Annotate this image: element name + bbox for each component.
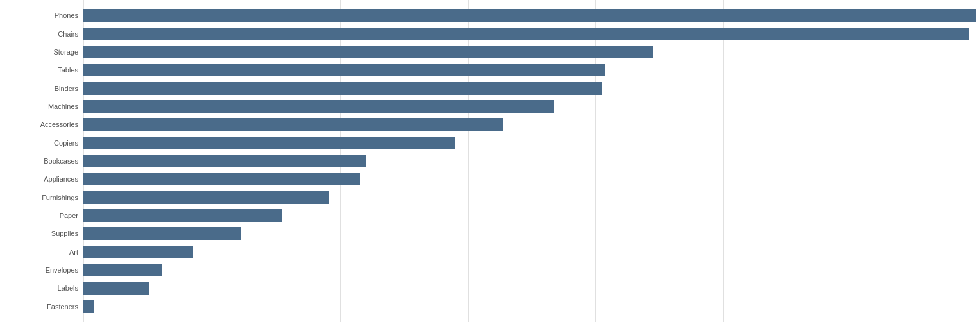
bar-label: Storage bbox=[0, 48, 83, 56]
bar-fill bbox=[83, 100, 554, 113]
bar-label: Chairs bbox=[0, 30, 83, 38]
bar-label: Tables bbox=[0, 66, 83, 74]
bar-fill bbox=[83, 264, 162, 276]
bar-label: Machines bbox=[0, 103, 83, 110]
bar-label: Paper bbox=[0, 212, 83, 219]
bar-fill bbox=[83, 173, 360, 185]
bar-label: Fasteners bbox=[0, 303, 83, 310]
bar-row bbox=[83, 61, 980, 79]
bar-fill bbox=[83, 155, 366, 167]
bar-label: Bookcases bbox=[0, 157, 83, 165]
bar-label: Appliances bbox=[0, 175, 83, 183]
bar-row bbox=[83, 115, 980, 133]
bar-row bbox=[83, 152, 980, 170]
bar-row bbox=[83, 189, 980, 207]
bar-fill bbox=[83, 227, 241, 240]
bar-label: Envelopes bbox=[0, 266, 83, 274]
bars-area bbox=[83, 0, 980, 322]
bar-label: Labels bbox=[0, 284, 83, 292]
bar-row bbox=[83, 207, 980, 225]
bar-fill bbox=[83, 64, 605, 76]
bar-fill bbox=[83, 28, 969, 40]
bar-row bbox=[83, 79, 980, 97]
bar-label: Art bbox=[0, 248, 83, 256]
bar-fill bbox=[83, 46, 653, 58]
bar-fill bbox=[83, 82, 602, 95]
bar-label: Furnishings bbox=[0, 194, 83, 201]
bar-label: Binders bbox=[0, 85, 83, 92]
bar-fill bbox=[83, 137, 455, 149]
bar-label: Copiers bbox=[0, 139, 83, 147]
bar-row bbox=[83, 279, 980, 297]
bar-fill bbox=[83, 246, 193, 258]
bar-row bbox=[83, 6, 980, 24]
chart-container: PhonesChairsStorageTablesBindersMachines… bbox=[0, 0, 980, 322]
bar-row bbox=[83, 243, 980, 261]
bar-fill bbox=[83, 191, 329, 204]
bar-fill bbox=[83, 9, 976, 22]
bar-label: Accessories bbox=[0, 121, 83, 128]
bar-row bbox=[83, 170, 980, 188]
bar-fill bbox=[83, 282, 149, 295]
y-axis-labels: PhonesChairsStorageTablesBindersMachines… bbox=[0, 0, 83, 322]
bar-row bbox=[83, 261, 980, 279]
bar-label: Phones bbox=[0, 12, 83, 19]
bar-row bbox=[83, 225, 980, 242]
bar-label: Supplies bbox=[0, 230, 83, 237]
bar-fill bbox=[83, 209, 282, 222]
bar-row bbox=[83, 43, 980, 61]
bar-fill bbox=[83, 118, 503, 131]
bar-row bbox=[83, 134, 980, 152]
bar-row bbox=[83, 298, 980, 316]
bar-row bbox=[83, 97, 980, 115]
bar-row bbox=[83, 24, 980, 42]
bar-fill bbox=[83, 300, 94, 313]
